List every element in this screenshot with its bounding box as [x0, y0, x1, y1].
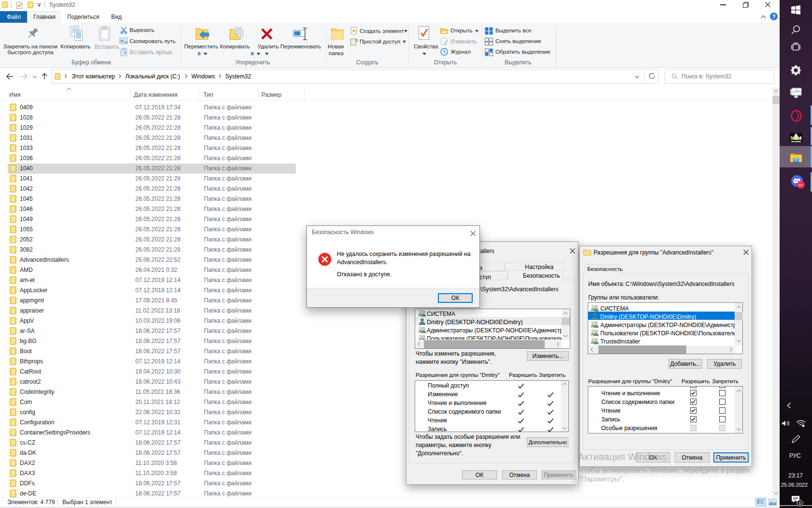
svg-text:9+: 9+: [798, 183, 803, 187]
svg-text:1: 1: [798, 501, 801, 506]
